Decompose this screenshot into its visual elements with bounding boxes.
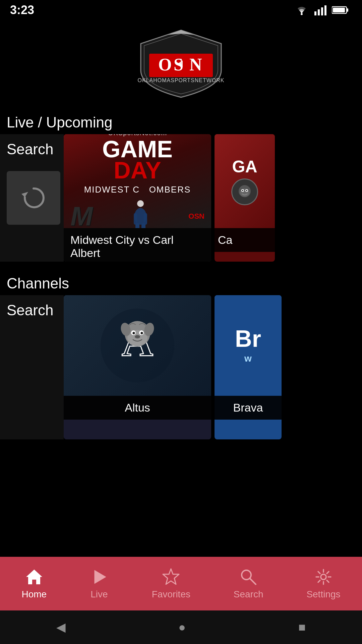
svg-text:N: N — [189, 55, 202, 74]
partial-card-image: GA — [215, 134, 275, 228]
brava-channel-label: Brava — [215, 396, 282, 420]
card-bottom: M — [70, 200, 204, 228]
refresh-icon — [20, 184, 47, 211]
channels-search-label: Search — [7, 302, 53, 319]
svg-point-26 — [246, 190, 247, 191]
bottom-nav: Home Live Favorites Search Settings — [0, 557, 362, 610]
upcoming-card-midwest[interactable]: OKSportsNet.com GAME DAY MIDWEST C OMBER… — [64, 134, 211, 262]
signal-icon — [314, 5, 326, 15]
nav-live-label: Live — [90, 589, 108, 600]
svg-text:O: O — [158, 55, 172, 74]
altus-bulldog-logo: A — [94, 302, 181, 389]
header: O S N OKLAHOMASPORTSNETWORK — [0, 20, 362, 107]
star-icon — [162, 568, 180, 586]
osn-logo: O S N OKLAHOMASPORTSNETWORK — [134, 27, 228, 101]
brava-card-image: Br w — [215, 295, 282, 396]
partial-card-label: Ca — [215, 228, 275, 252]
channel-card-altus[interactable]: A — [64, 295, 211, 439]
svg-rect-19 — [135, 223, 139, 228]
svg-rect-3 — [321, 7, 323, 15]
nav-home[interactable]: Home — [21, 568, 47, 600]
svg-rect-20 — [141, 223, 145, 228]
altus-card-image: A — [64, 295, 211, 396]
play-icon — [90, 568, 109, 586]
upcoming-card-partial[interactable]: GA — [215, 134, 275, 262]
svg-line-41 — [250, 578, 256, 584]
svg-rect-1 — [314, 11, 316, 15]
gameday-image: OKSportsNet.com GAME DAY MIDWEST C OMBER… — [64, 134, 211, 228]
card-label-midwest: Midwest City vs Carl Albert — [64, 228, 211, 262]
nav-favorites[interactable]: Favorites — [152, 568, 190, 600]
channels-left-sidebar: Search — [0, 295, 64, 439]
status-icons — [294, 5, 349, 15]
battery-icon — [332, 5, 349, 15]
upcoming-left-sidebar: Search — [0, 134, 64, 262]
svg-marker-39 — [163, 569, 179, 584]
svg-rect-4 — [324, 5, 326, 15]
nav-search-label: Search — [234, 589, 263, 600]
nav-settings[interactable]: Settings — [306, 568, 340, 600]
svg-marker-38 — [95, 570, 106, 584]
gameday-text: GAME DAY — [102, 139, 173, 181]
channel-card-brava-partial[interactable]: Br w Brava — [215, 295, 282, 439]
status-bar: 3:23 — [0, 0, 362, 20]
logo-container: O S N OKLAHOMASPORTSNETWORK — [134, 27, 228, 101]
wifi-icon — [294, 5, 309, 15]
android-nav: ◀ ● ■ — [0, 610, 362, 644]
search-icon — [239, 568, 258, 586]
svg-text:OKLAHOMASPORTSNETWORK: OKLAHOMASPORTSNETWORK — [138, 77, 225, 83]
svg-rect-2 — [318, 9, 320, 15]
svg-point-0 — [301, 13, 303, 15]
svg-point-15 — [137, 200, 144, 207]
svg-marker-14 — [21, 192, 28, 197]
home-icon — [25, 568, 44, 586]
upcoming-section: Live / Upcoming Search OKSportsNet.com — [0, 107, 362, 262]
android-recent[interactable]: ■ — [298, 620, 306, 634]
svg-point-25 — [242, 190, 243, 191]
svg-rect-17 — [134, 213, 137, 225]
svg-rect-7 — [333, 8, 345, 12]
player-silhouette — [129, 200, 152, 228]
nav-live[interactable]: Live — [90, 568, 109, 600]
channels-title: Channels — [0, 268, 362, 295]
android-back[interactable]: ◀ — [56, 620, 66, 634]
nav-search[interactable]: Search — [234, 568, 263, 600]
teams-text: MIDWEST C OMBERS — [84, 184, 191, 195]
m-letter: M — [70, 203, 93, 228]
live-upcoming-title: Live / Upcoming — [0, 107, 362, 134]
svg-point-33 — [133, 332, 135, 334]
status-time: 3:23 — [10, 3, 34, 17]
svg-point-42 — [321, 574, 326, 580]
svg-point-35 — [135, 335, 140, 338]
settings-icon — [314, 568, 333, 586]
nav-home-label: Home — [21, 589, 47, 600]
upcoming-search-label: Search — [7, 141, 53, 158]
svg-point-22 — [240, 189, 249, 197]
svg-rect-6 — [347, 8, 348, 12]
channels-section: Channels Search A — [0, 268, 362, 439]
svg-rect-18 — [144, 213, 147, 225]
nav-settings-label: Settings — [306, 589, 340, 600]
svg-point-34 — [141, 332, 143, 334]
refresh-button[interactable] — [7, 171, 60, 225]
altus-channel-label: Altus — [64, 396, 211, 420]
mascot-icon — [235, 182, 255, 202]
android-home[interactable]: ● — [178, 620, 186, 634]
nav-favorites-label: Favorites — [152, 589, 190, 600]
